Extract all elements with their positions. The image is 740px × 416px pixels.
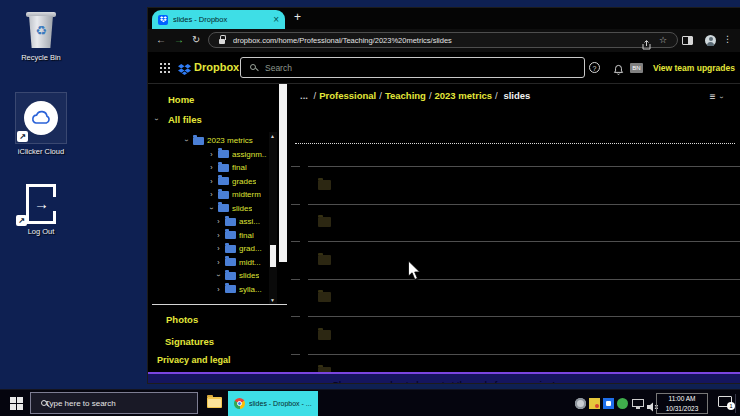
view-team-upgrades-link[interactable]: View team upgrades	[653, 63, 735, 73]
tree-folder-label[interactable]: grades	[232, 177, 256, 186]
desktop-icon-iclicker-cloud[interactable]: ↗ iClicker Cloud	[10, 92, 72, 156]
view-layout-toggle[interactable]: ≡›	[710, 91, 722, 102]
breadcrumb-separator: /	[314, 90, 317, 101]
tray-app-icon-1[interactable]	[575, 398, 586, 409]
sidebar-item-home[interactable]: Home	[168, 94, 194, 105]
start-button[interactable]	[10, 397, 23, 410]
file-row[interactable]	[287, 354, 740, 373]
scroll-up-arrow-icon[interactable]: ▲	[270, 133, 275, 139]
file-row[interactable]	[287, 316, 740, 354]
address-bar[interactable]: dropbox.com/home/Professional/Teaching/2…	[208, 32, 678, 48]
tree-folder-label[interactable]: grad...	[239, 244, 262, 253]
account-avatar[interactable]: BN	[630, 63, 643, 73]
dropbox-search-input[interactable]: Search	[240, 57, 585, 78]
tree-divider	[152, 304, 287, 305]
sidebar-item-photos[interactable]: Photos	[166, 314, 198, 325]
tree-row[interactable]: › slides	[165, 269, 277, 283]
tray-app-icon-2[interactable]	[589, 398, 600, 409]
tree-folder-label[interactable]: midterm	[232, 190, 261, 199]
sidebar-item-all-files[interactable]: All files	[168, 114, 202, 125]
tree-folder-label[interactable]: assignm...	[232, 150, 267, 159]
breadcrumb-link[interactable]: 2023 metrics	[435, 90, 493, 101]
desktop-icon-log-out[interactable]: → ↗ Log Out	[10, 184, 72, 236]
notifications-bell-icon[interactable]	[613, 62, 624, 80]
tree-row[interactable]: › sylla...	[165, 283, 277, 297]
action-center-icon[interactable]: 1	[718, 396, 732, 407]
file-row[interactable]	[287, 279, 740, 317]
dropbox-logo-icon[interactable]	[178, 62, 191, 80]
tree-row[interactable]: › grades	[165, 175, 277, 189]
breadcrumb-link[interactable]: Professional	[319, 90, 376, 101]
file-row[interactable]	[287, 204, 740, 242]
side-panel-icon[interactable]	[682, 36, 693, 45]
tree-chevron-icon[interactable]: ›	[215, 245, 222, 252]
taskbar-search-input[interactable]: Type here to search	[30, 392, 198, 414]
chevron-down-icon[interactable]: ›	[153, 118, 160, 120]
sidebar-item-signatures[interactable]: Signatures	[165, 336, 214, 347]
tree-folder-label[interactable]: midt...	[239, 258, 261, 267]
tree-folder-label[interactable]: 2023 metrics	[207, 136, 253, 145]
tray-app-icon-3[interactable]	[603, 398, 614, 409]
show-desktop-divider[interactable]	[735, 394, 736, 413]
tree-chevron-icon[interactable]: ›	[208, 151, 215, 158]
tree-row[interactable]: › assignm...	[165, 148, 277, 162]
forward-button[interactable]: →	[174, 34, 184, 45]
tree-chevron-icon[interactable]: ›	[215, 218, 222, 225]
dropbox-logo-text[interactable]: Dropbox	[194, 61, 239, 73]
sidebar-item-privacy-legal[interactable]: Privacy and legal	[157, 355, 231, 365]
clock-time: 11:00 AM	[657, 394, 707, 404]
new-tab-button[interactable]: +	[294, 10, 301, 24]
apps-grid-icon[interactable]	[160, 63, 162, 65]
tree-row[interactable]: › grad...	[165, 242, 277, 256]
scroll-down-arrow-icon[interactable]: ▼	[270, 297, 275, 303]
breadcrumb-link[interactable]: Teaching	[385, 90, 426, 101]
url-text[interactable]: dropbox.com/home/Professional/Teaching/2…	[233, 36, 631, 45]
chrome-icon	[234, 398, 245, 409]
tree-row[interactable]: › midterm	[165, 188, 277, 202]
file-row[interactable]	[287, 166, 740, 204]
dropbox-sidebar: Home › All files › 2023 metrics › assign…	[148, 84, 287, 372]
tree-chevron-icon[interactable]: ›	[215, 259, 222, 266]
tree-folder-label[interactable]: assi...	[239, 217, 260, 226]
help-icon[interactable]: ?	[589, 62, 600, 73]
browser-tab-active[interactable]: slides - Dropbox ×	[152, 10, 285, 29]
tree-folder-label[interactable]: sylla...	[239, 285, 262, 294]
bookmark-star-icon[interactable]: ☆	[659, 35, 667, 45]
tree-folder-label[interactable]: slides	[232, 204, 252, 213]
tree-chevron-icon[interactable]: ›	[215, 232, 222, 239]
taskbar-clock[interactable]: 11:00 AM 10/31/2023	[656, 393, 708, 414]
sidebar-scrollbar[interactable]	[279, 84, 287, 380]
tree-chevron-icon[interactable]: ›	[208, 191, 215, 198]
tree-folder-label[interactable]: final	[239, 231, 254, 240]
browser-profile-avatar[interactable]	[705, 35, 716, 46]
tab-close-icon[interactable]: ×	[273, 15, 279, 25]
tree-chevron-icon[interactable]: ›	[208, 205, 215, 212]
tree-row[interactable]: › slides	[165, 202, 277, 216]
tree-folder-label[interactable]: slides	[239, 271, 259, 280]
sidebar-scrollbar-thumb[interactable]	[279, 84, 287, 262]
display-tray-icon[interactable]	[632, 399, 644, 407]
breadcrumb-ellipsis[interactable]: ...	[300, 90, 308, 101]
tree-row[interactable]: › final	[165, 229, 277, 243]
tree-scrollbar-thumb[interactable]	[270, 245, 276, 267]
tree-row[interactable]: › midt...	[165, 256, 277, 270]
tree-chevron-icon[interactable]: ›	[183, 137, 190, 144]
tree-row[interactable]: › final	[165, 161, 277, 175]
file-explorer-icon[interactable]	[207, 397, 222, 408]
tree-row[interactable]: › 2023 metrics	[165, 134, 277, 148]
tree-chevron-icon[interactable]: ›	[208, 178, 215, 185]
taskbar-chrome-button[interactable]: slides - Dropbox - ...	[228, 391, 318, 416]
tree-folder-label[interactable]: final	[232, 163, 247, 172]
tree-scrollbar[interactable]: ▲ ▼	[269, 132, 277, 304]
desktop-icon-recycle-bin[interactable]: ♻ Recycle Bin	[10, 10, 72, 62]
reload-button[interactable]: ↻	[192, 34, 200, 45]
tray-app-icon-4[interactable]	[617, 398, 628, 409]
breadcrumb-separator: /	[379, 90, 382, 101]
tree-chevron-icon[interactable]: ›	[215, 272, 222, 279]
file-row[interactable]	[287, 241, 740, 279]
browser-menu-icon[interactable]: ⋮	[723, 34, 732, 44]
tree-row[interactable]: › assi...	[165, 215, 277, 229]
back-button[interactable]: ←	[156, 34, 166, 45]
tree-chevron-icon[interactable]: ›	[215, 286, 222, 293]
tree-chevron-icon[interactable]: ›	[208, 164, 215, 171]
